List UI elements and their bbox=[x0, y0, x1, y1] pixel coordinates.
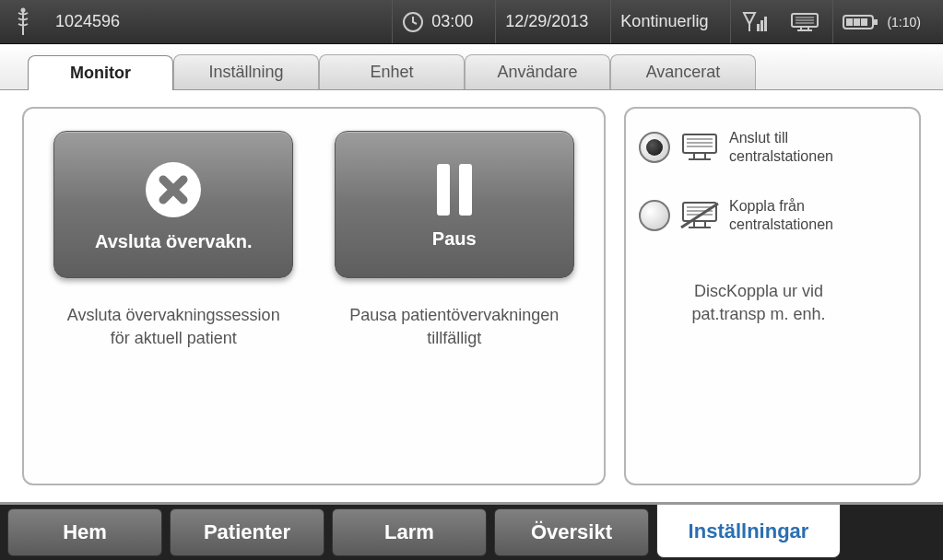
end-monitoring-column: Avsluta övervakn. Avsluta övervakningsse… bbox=[33, 131, 314, 461]
svg-rect-16 bbox=[854, 18, 860, 26]
content-area: Avsluta övervakn. Avsluta övervakningsse… bbox=[0, 90, 943, 505]
end-monitoring-label: Avsluta övervakn. bbox=[95, 231, 252, 252]
nav-hem[interactable]: Hem bbox=[7, 508, 162, 556]
pause-label: Paus bbox=[432, 228, 477, 250]
disconnect-central-radio[interactable]: Koppla från centralstationen bbox=[639, 197, 906, 234]
end-monitoring-button[interactable]: Avsluta övervakn. bbox=[53, 131, 293, 278]
svg-point-0 bbox=[21, 7, 26, 12]
svg-rect-20 bbox=[459, 164, 472, 216]
mode-value: Kontinuerlig bbox=[610, 0, 717, 43]
pause-button[interactable]: Paus bbox=[335, 131, 574, 278]
svg-rect-21 bbox=[683, 134, 716, 153]
nav-patienter[interactable]: Patienter bbox=[170, 508, 324, 556]
svg-rect-17 bbox=[861, 18, 867, 26]
svg-rect-28 bbox=[683, 203, 716, 221]
caduceus-icon bbox=[13, 0, 42, 43]
tab-enhet[interactable]: Enhet bbox=[319, 54, 465, 89]
tab-anvandare[interactable]: Användare bbox=[465, 54, 610, 89]
clock-icon bbox=[402, 11, 424, 33]
tab-installning[interactable]: Inställning bbox=[173, 54, 319, 89]
bottom-nav: Hem Patienter Larm Översikt Inställninga… bbox=[0, 505, 943, 560]
battery-icon bbox=[843, 13, 879, 31]
date-value: 12/29/2013 bbox=[495, 0, 597, 43]
signal-icon bbox=[730, 0, 777, 43]
central-note: DiscKoppla ur vid pat.transp m. enh. bbox=[639, 280, 878, 326]
pause-column: Paus Pausa patientövervakningen tillfäll… bbox=[314, 131, 595, 461]
svg-rect-15 bbox=[846, 18, 853, 26]
monitor-connected-icon bbox=[679, 132, 720, 163]
connect-central-label: Anslut till centralstationen bbox=[729, 129, 833, 166]
central-station-icon bbox=[790, 11, 819, 33]
nav-oversikt[interactable]: Översikt bbox=[494, 508, 649, 556]
time-value: 03:00 bbox=[431, 12, 473, 31]
tab-strip: Monitor Inställning Enhet Användare Avan… bbox=[0, 44, 943, 90]
status-bar: 1024596 03:00 12/29/2013 Kontinuerlig bbox=[0, 0, 943, 44]
connect-central-radio[interactable]: Anslut till centralstationen bbox=[639, 129, 906, 166]
nav-larm[interactable]: Larm bbox=[332, 508, 487, 556]
battery-text: (1:10) bbox=[887, 15, 921, 29]
pause-desc: Pausa patientövervakningen tillfälligt bbox=[349, 304, 559, 350]
svg-rect-3 bbox=[757, 24, 760, 31]
tab-monitor[interactable]: Monitor bbox=[28, 55, 173, 90]
svg-rect-14 bbox=[874, 19, 878, 25]
central-station-panel: Anslut till centralstationen Koppla från… bbox=[624, 107, 921, 485]
radio-icon bbox=[639, 132, 670, 163]
disconnect-central-label: Koppla från centralstationen bbox=[729, 197, 833, 234]
close-circle-icon bbox=[141, 158, 206, 222]
pause-icon bbox=[431, 160, 477, 219]
radio-icon bbox=[639, 200, 670, 231]
tab-avancerat[interactable]: Avancerat bbox=[610, 54, 756, 89]
svg-rect-4 bbox=[760, 20, 763, 31]
time-segment: 03:00 bbox=[392, 0, 482, 43]
end-monitoring-desc: Avsluta övervakningssession för aktuell … bbox=[67, 304, 280, 350]
patient-id: 1024596 bbox=[55, 12, 120, 31]
battery-segment: (1:10) bbox=[832, 0, 930, 43]
svg-rect-5 bbox=[764, 17, 767, 31]
monitor-actions-panel: Avsluta övervakn. Avsluta övervakningsse… bbox=[22, 107, 606, 485]
svg-rect-19 bbox=[437, 164, 450, 216]
nav-installningar[interactable]: Inställningar bbox=[656, 505, 841, 558]
monitor-disconnected-icon bbox=[679, 200, 720, 231]
